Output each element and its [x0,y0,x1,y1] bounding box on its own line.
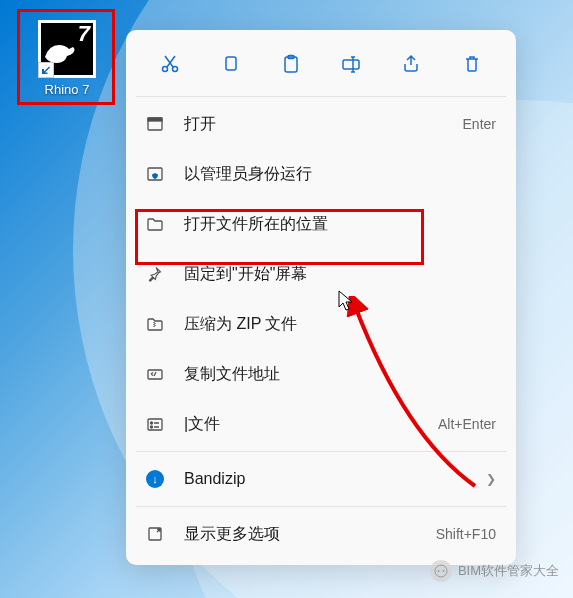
svg-point-16 [442,570,444,572]
svg-point-1 [173,67,178,72]
watermark-icon [430,560,452,582]
context-menu: 打开 Enter 以管理员身份运行 打开文件所在的位置 固定到"开始"屏幕 压缩… [126,30,516,565]
menu-label: Bandizip [184,470,480,488]
separator [136,506,506,507]
bandizip-icon: ↓ [144,468,166,490]
svg-point-15 [437,570,439,572]
menu-item-open-location[interactable]: 打开文件所在的位置 [126,199,516,249]
shortcut-icon: 7 [38,20,96,78]
svg-point-0 [163,67,168,72]
separator [136,451,506,452]
properties-icon [144,413,166,435]
share-button[interactable] [391,46,431,82]
zip-icon [144,313,166,335]
svg-point-11 [151,422,153,424]
menu-item-more-options[interactable]: 显示更多选项 Shift+F10 [126,509,516,559]
menu-label: 打开 [184,114,463,135]
svg-point-12 [151,426,153,428]
svg-rect-7 [148,118,162,121]
pin-icon [144,263,166,285]
copy-button[interactable] [210,46,250,82]
delete-button[interactable] [452,46,492,82]
menu-label: 复制文件地址 [184,364,496,385]
menu-item-bandizip[interactable]: ↓ Bandizip ❯ [126,454,516,504]
menu-label: 打开文件所在的位置 [184,214,496,235]
menu-label: 固定到"开始"屏幕 [184,264,496,285]
watermark: BIM软件管家大全 [430,560,559,582]
paste-button[interactable] [271,46,311,82]
shortcut-arrow-overlay [38,62,54,78]
desktop-shortcut[interactable]: 7 Rhino 7 [28,20,106,97]
svg-point-14 [435,565,447,577]
folder-icon [144,213,166,235]
open-icon [144,113,166,135]
svg-rect-5 [343,60,359,69]
menu-shortcut: Shift+F10 [436,526,496,542]
shortcut-label: Rhino 7 [28,82,106,97]
menu-label: 压缩为 ZIP 文件 [184,314,496,335]
menu-item-open[interactable]: 打开 Enter [126,99,516,149]
admin-icon [144,163,166,185]
svg-rect-10 [148,419,162,430]
separator [136,96,506,97]
menu-shortcut: Alt+Enter [438,416,496,432]
context-toolbar [126,36,516,94]
path-icon [144,363,166,385]
rename-button[interactable] [331,46,371,82]
menu-item-compress[interactable]: 压缩为 ZIP 文件 [126,299,516,349]
menu-item-pin-start[interactable]: 固定到"开始"屏幕 [126,249,516,299]
menu-label: 以管理员身份运行 [184,164,496,185]
menu-label: |文件 [184,414,438,435]
menu-label: 显示更多选项 [184,524,436,545]
menu-shortcut: Enter [463,116,496,132]
menu-item-copy-path[interactable]: 复制文件地址 [126,349,516,399]
menu-item-properties[interactable]: |文件 Alt+Enter [126,399,516,449]
cut-button[interactable] [150,46,190,82]
chevron-right-icon: ❯ [486,472,496,486]
watermark-text: BIM软件管家大全 [458,562,559,580]
more-icon [144,523,166,545]
svg-rect-2 [226,57,236,70]
menu-item-run-admin[interactable]: 以管理员身份运行 [126,149,516,199]
